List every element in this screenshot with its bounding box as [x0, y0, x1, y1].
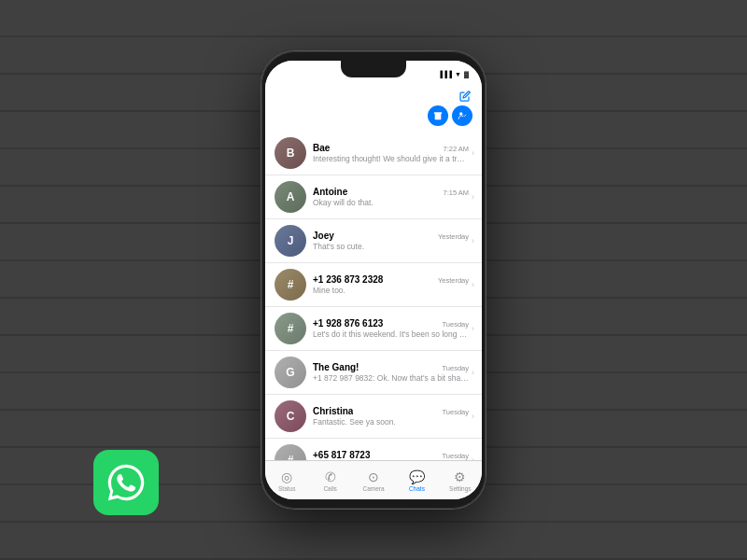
chat-preview-bae: Interesting thought! We should give it a…	[313, 154, 469, 163]
chat-top-num1: +1 236 873 2328 Yesterday	[313, 274, 469, 285]
header-buttons	[428, 105, 472, 126]
chat-top-joey: Joey Yesterday	[313, 231, 469, 241]
chat-item-bae[interactable]: B Bae 7:22 AM Interesting thought! We sh…	[265, 132, 482, 175]
chat-time-bae: 7:22 AM	[443, 145, 469, 153]
avatar-antoine: A	[275, 181, 306, 213]
chat-content-gang: The Gang! Tuesday +1 872 987 9832: Ok. N…	[313, 362, 469, 383]
tab-status[interactable]: ◎ Status	[265, 469, 308, 492]
chevron-icon-christina: ›	[472, 412, 474, 421]
chat-preview-antoine: Okay will do that.	[313, 198, 469, 207]
chat-time-num2: Tuesday	[443, 320, 470, 329]
tab-label-camera: Camera	[362, 485, 384, 492]
chat-content-bae: Bae 7:22 AM Interesting thought! We shou…	[313, 143, 469, 163]
chat-name-gang: The Gang!	[313, 362, 359, 372]
chevron-icon-joey: ›	[472, 236, 474, 245]
chat-preview-joey: That's so cute.	[313, 242, 469, 251]
chat-top-num2: +1 928 876 6123 Tuesday	[313, 318, 469, 329]
chat-content-num3: +65 817 8723 Tuesday Still need to regai…	[313, 450, 469, 460]
chat-top-christina: Christina Tuesday	[313, 406, 469, 416]
chat-item-joey[interactable]: J Joey Yesterday That's so cute. ›	[265, 219, 482, 263]
tab-icon-camera: ⊙	[368, 469, 379, 484]
chat-content-joey: Joey Yesterday That's so cute.	[313, 231, 469, 251]
chat-preview-num2: Let's do it this weekend. It's been so l…	[313, 329, 469, 339]
tab-chats[interactable]: 💬 Chats	[395, 469, 438, 492]
battery-icon: ▓	[464, 71, 469, 77]
tab-bar: ◎ Status ✆ Calls ⊙ Camera 💬 Chats ⚙ Sett…	[265, 460, 482, 499]
avatar-num2: #	[275, 313, 306, 344]
avatar-bae: B	[275, 137, 306, 169]
tab-icon-settings: ⚙	[454, 469, 466, 484]
phone-frame: ▐▐▐ ▼ ▓	[261, 51, 486, 509]
chat-name-num3: +65 817 8723	[313, 450, 370, 460]
chat-name-num2: +1 928 876 6123	[313, 318, 383, 329]
chat-top-antoine: Antoine 7:15 AM	[313, 187, 469, 197]
chat-time-num1: Yesterday	[438, 276, 469, 285]
chevron-icon-num2: ›	[472, 324, 474, 333]
chat-preview-gang: +1 872 987 9832: Ok. Now that's a bit sh…	[313, 373, 469, 383]
archive-button[interactable]	[428, 105, 448, 126]
chat-name-christina: Christina	[313, 406, 353, 416]
whatsapp-icon[interactable]	[93, 450, 159, 515]
chat-content-num1: +1 236 873 2328 Yesterday Mine too.	[313, 274, 469, 295]
status-icons: ▐▐▐ ▼ ▓	[438, 71, 469, 77]
compose-button[interactable]	[458, 89, 472, 104]
chat-content-num2: +1 928 876 6123 Tuesday Let's do it this…	[313, 318, 469, 339]
tab-icon-status: ◎	[281, 469, 292, 484]
avatar-num3: #	[275, 444, 306, 460]
chat-top-bae: Bae 7:22 AM	[313, 143, 469, 153]
chat-top-gang: The Gang! Tuesday	[313, 362, 469, 372]
contacts-button[interactable]	[452, 105, 472, 126]
tab-label-chats: Chats	[409, 485, 425, 492]
chat-time-antoine: 7:15 AM	[443, 189, 469, 197]
svg-point-1	[459, 112, 462, 115]
chevron-icon-bae: ›	[472, 148, 474, 158]
tab-settings[interactable]: ⚙ Settings	[439, 469, 482, 492]
chevron-icon-num3: ›	[472, 455, 474, 460]
chat-preview-num1: Mine too.	[313, 286, 469, 295]
chat-top-num3: +65 817 8723 Tuesday	[313, 450, 469, 460]
header-title-row	[275, 105, 472, 126]
chat-item-gang[interactable]: G The Gang! Tuesday +1 872 987 9832: Ok.…	[265, 351, 482, 395]
chat-list: B Bae 7:22 AM Interesting thought! We sh…	[265, 132, 482, 460]
chat-name-joey: Joey	[313, 231, 334, 241]
avatar-christina: C	[275, 400, 306, 432]
chat-time-joey: Yesterday	[438, 232, 469, 241]
chevron-icon-num1: ›	[472, 280, 474, 289]
tab-label-status: Status	[278, 485, 295, 492]
avatar-joey: J	[275, 225, 306, 257]
tab-label-calls: Calls	[323, 485, 336, 492]
chat-time-christina: Tuesday	[443, 408, 470, 416]
chat-content-antoine: Antoine 7:15 AM Okay will do that.	[313, 187, 469, 207]
chat-name-antoine: Antoine	[313, 187, 347, 197]
chat-item-antoine[interactable]: A Antoine 7:15 AM Okay will do that. ›	[265, 175, 482, 219]
tab-camera[interactable]: ⊙ Camera	[352, 469, 395, 492]
chat-time-gang: Tuesday	[443, 364, 470, 372]
chevron-icon-gang: ›	[472, 368, 474, 377]
chat-item-num1[interactable]: # +1 236 873 2328 Yesterday Mine too. ›	[265, 263, 482, 307]
phone-screen: ▐▐▐ ▼ ▓	[265, 61, 482, 499]
tab-icon-chats: 💬	[409, 469, 425, 484]
chat-item-num3[interactable]: # +65 817 8723 Tuesday Still need to reg…	[265, 439, 482, 460]
wifi-icon: ▼	[455, 71, 461, 77]
chat-time-num3: Tuesday	[443, 452, 470, 460]
svg-rect-0	[434, 112, 442, 114]
tab-label-settings: Settings	[449, 485, 472, 492]
chats-header	[265, 87, 482, 132]
chat-item-christina[interactable]: C Christina Tuesday Fantastic. See ya so…	[265, 395, 482, 439]
signal-icon: ▐▐▐	[438, 71, 452, 77]
avatar-gang: G	[275, 357, 306, 388]
header-top-row	[275, 89, 472, 104]
tab-icon-calls: ✆	[325, 469, 336, 484]
chat-name-bae: Bae	[313, 143, 330, 153]
chat-preview-christina: Fantastic. See ya soon.	[313, 417, 469, 427]
avatar-num1: #	[275, 269, 306, 301]
phone-notch	[341, 61, 406, 77]
chat-content-christina: Christina Tuesday Fantastic. See ya soon…	[313, 406, 469, 427]
chevron-icon-antoine: ›	[472, 192, 474, 202]
chat-item-num2[interactable]: # +1 928 876 6123 Tuesday Let's do it th…	[265, 307, 482, 351]
chat-name-num1: +1 236 873 2328	[313, 274, 383, 285]
tab-calls[interactable]: ✆ Calls	[308, 469, 351, 492]
